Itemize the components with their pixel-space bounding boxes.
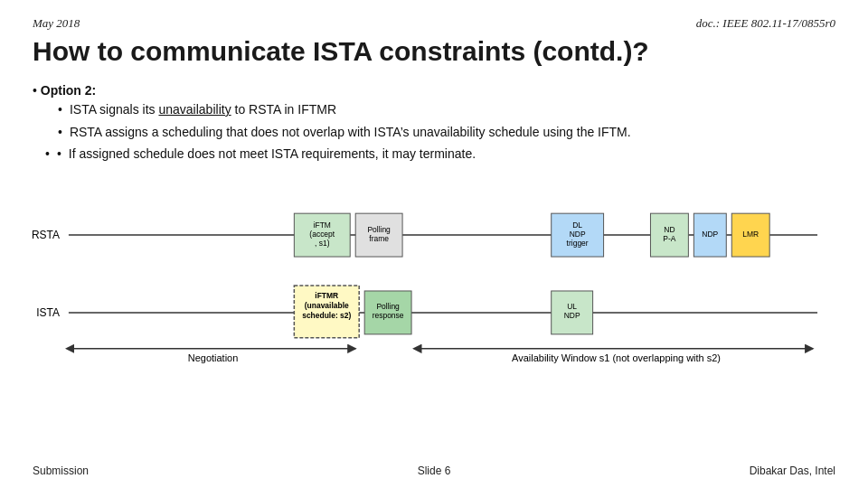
svg-text:response: response — [373, 311, 404, 320]
option-bullet: • Option 2: — [33, 83, 835, 98]
svg-text:, s1): , s1) — [315, 239, 330, 248]
slide: May 2018 doc.: IEEE 802.11-17/0855r0 How… — [0, 0, 868, 488]
content-area: • Option 2: ISTA signals its unavailabil… — [33, 83, 835, 164]
svg-text:LMR: LMR — [742, 230, 759, 239]
svg-text:(unavailable: (unavailable — [305, 301, 349, 310]
ista-label: ISTA — [36, 306, 60, 319]
header: May 2018 doc.: IEEE 802.11-17/0855r0 — [33, 16, 835, 31]
slide-title: How to communicate ISTA constraints (con… — [33, 36, 835, 67]
header-date: May 2018 — [33, 16, 80, 31]
sub-bullet-2: RSTA assigns a scheduling that does not … — [58, 124, 835, 142]
svg-text:P-A: P-A — [663, 234, 675, 243]
svg-text:iFTMR: iFTMR — [315, 291, 338, 300]
footer-left: Submission — [33, 465, 89, 477]
svg-text:trigger: trigger — [567, 239, 589, 248]
svg-text:Negotiation: Negotiation — [188, 352, 238, 363]
diagram-svg: RSTA ISTA iFTM (accept , s1) Polling fra… — [33, 174, 835, 382]
footer: Submission Slide 6 Dibakar Das, Intel — [33, 465, 835, 477]
option-label: Option 2: — [41, 83, 96, 98]
underline-unavailability: unavailability — [158, 102, 231, 117]
diagram-area: RSTA ISTA iFTM (accept , s1) Polling fra… — [33, 174, 835, 382]
svg-text:NDP: NDP — [564, 311, 580, 320]
svg-text:Polling: Polling — [376, 302, 400, 311]
svg-text:NDP: NDP — [570, 230, 586, 239]
footer-right: Dibakar Das, Intel — [750, 465, 835, 477]
rsta-label: RSTA — [33, 229, 60, 241]
header-doc: doc.: IEEE 802.11-17/0855r0 — [696, 16, 835, 31]
svg-text:DL: DL — [572, 221, 582, 230]
sub-bullets: ISTA signals its unavailability to RSTA … — [58, 101, 835, 141]
svg-text:(accept: (accept — [309, 230, 335, 239]
sub-bullet-1: ISTA signals its unavailability to RSTA … — [58, 101, 835, 119]
footer-center: Slide 6 — [418, 465, 451, 477]
svg-text:Availability Window s1 (not ov: Availability Window s1 (not overlapping … — [512, 352, 721, 363]
svg-text:ND: ND — [664, 225, 675, 234]
svg-text:UL: UL — [567, 302, 577, 311]
svg-text:schedule: s2): schedule: s2) — [302, 311, 351, 320]
svg-text:Polling: Polling — [367, 225, 391, 234]
svg-text:frame: frame — [369, 234, 389, 243]
sub-bullet-3: • If assigned schedule does not meet IST… — [45, 145, 835, 164]
svg-text:NDP: NDP — [702, 230, 718, 239]
svg-text:iFTM: iFTM — [314, 221, 331, 230]
